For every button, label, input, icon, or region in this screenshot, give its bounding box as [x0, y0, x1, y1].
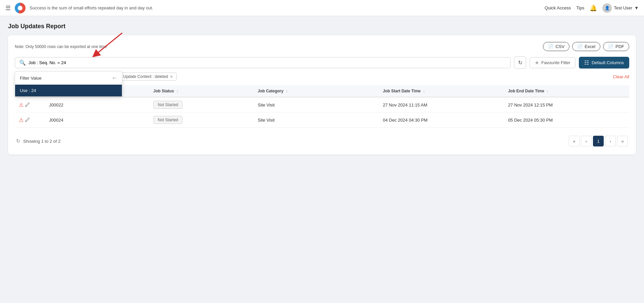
refresh-button[interactable]: ↻	[514, 56, 526, 69]
row-job-no: J00024	[45, 113, 149, 128]
search-input[interactable]	[29, 60, 506, 65]
edit-icon[interactable]: 🖉	[25, 102, 30, 108]
notification-bell-icon[interactable]: 🔔	[590, 4, 597, 12]
table-row: ⚠ 🖉 J00024 Not Started Site Visit 04 Dec…	[15, 113, 629, 128]
filter-tag-update-content: Update Content : deleted ×	[120, 73, 177, 81]
columns-icon: ☷	[584, 59, 589, 66]
col-header-end[interactable]: Job End Date Time ↕	[504, 85, 629, 97]
chevron-down-icon: ▼	[634, 5, 639, 10]
filter-popup: Filter Value ← Use : 24	[15, 71, 122, 97]
search-row-container: 🔍 ↻ ★ Favourite Filter ☷ Default Columns…	[15, 56, 629, 69]
table-body: ⚠ 🖉 J00022 Not Started Site Visit 27 Nov…	[15, 97, 629, 128]
edit-icon[interactable]: 🖉	[25, 117, 30, 123]
filter-popup-header: Filter Value ←	[15, 72, 122, 85]
user-name: Test User	[614, 5, 632, 10]
sort-icon-status: ↕	[176, 89, 178, 93]
row-job-start: 04 Dec 2024 04:30 PM	[379, 113, 504, 128]
card-top-row: Note: Only 50000 rows can be exported at…	[15, 42, 629, 51]
main-card: Note: Only 50000 rows can be exported at…	[8, 35, 636, 155]
next-page-button[interactable]: ›	[605, 136, 616, 146]
table-row: ⚠ 🖉 J00022 Not Started Site Visit 27 Nov…	[15, 97, 629, 113]
status-badge: Not Started	[153, 116, 183, 124]
pagination-controls: « ‹ 1 › »	[569, 136, 628, 146]
avatar: 👤	[602, 3, 612, 13]
tagline-text: Success is the sum of small efforts repe…	[30, 5, 153, 10]
default-columns-button[interactable]: ☷ Default Columns	[579, 57, 629, 69]
pagination-bar: ↻ Showing 1 to 2 of 2 « ‹ 1 › »	[15, 130, 629, 148]
page-content: Job Updates Report Note: Only 50000 rows…	[0, 16, 644, 161]
app-logo	[15, 3, 26, 13]
top-navigation: ☰ Success is the sum of small efforts re…	[0, 0, 644, 16]
export-buttons: 📄 CSV 📄 Excel 📄 PDF	[543, 42, 629, 51]
row-job-category: Site Visit	[254, 113, 379, 128]
pdf-doc-icon: 📄	[608, 44, 613, 49]
search-box[interactable]: 🔍	[15, 57, 511, 68]
row-icon-cell: ⚠ 🖉	[15, 113, 45, 128]
sort-icon-category: ↕	[286, 89, 288, 93]
search-row: 🔍 ↻ ★ Favourite Filter ☷ Default Columns	[15, 56, 629, 69]
filter-tag-close-icon-2[interactable]: ×	[170, 74, 173, 79]
error-icon: ⚠	[19, 102, 24, 108]
excel-export-button[interactable]: 📄 Excel	[572, 42, 600, 51]
error-icon: ⚠	[19, 117, 24, 123]
pagination-refresh-icon[interactable]: ↻	[16, 138, 20, 144]
filter-back-button[interactable]: ←	[112, 75, 117, 81]
col-header-start[interactable]: Job Start Date Time ↕	[379, 85, 504, 97]
showing-text: Showing 1 to 2 of 2	[23, 139, 60, 144]
quick-access-link[interactable]: Quick Access	[545, 5, 571, 10]
star-icon: ★	[535, 59, 539, 66]
favourite-filter-button[interactable]: ★ Favourite Filter	[530, 57, 576, 68]
filter-popup-title: Filter Value	[20, 76, 42, 81]
row-job-status: Not Started	[149, 97, 254, 113]
last-page-button[interactable]: »	[617, 136, 628, 146]
tips-link[interactable]: Tips	[576, 5, 584, 10]
row-job-no: J00022	[45, 97, 149, 113]
row-job-end: 05 Dec 2024 05:30 PM	[504, 113, 629, 128]
hamburger-menu-icon[interactable]: ☰	[5, 4, 11, 12]
col-header-status[interactable]: Job Status ↕	[149, 85, 254, 97]
row-job-end: 27 Nov 2024 12:15 PM	[504, 97, 629, 113]
pdf-export-button[interactable]: 📄 PDF	[603, 42, 629, 51]
showing-text-area: ↻ Showing 1 to 2 of 2	[16, 138, 60, 144]
prev-page-button[interactable]: ‹	[581, 136, 592, 146]
excel-doc-icon: 📄	[577, 44, 583, 49]
sort-icon-end: ↕	[547, 89, 549, 93]
sort-icon-start: ↕	[423, 89, 425, 93]
row-job-category: Site Visit	[254, 97, 379, 113]
csv-doc-icon: 📄	[548, 44, 553, 49]
page-title: Job Updates Report	[8, 23, 636, 30]
user-menu[interactable]: 👤 Test User ▼	[602, 3, 639, 13]
col-header-category[interactable]: Job Category ↕	[254, 85, 379, 97]
clear-all-button[interactable]: Clear All	[613, 74, 629, 79]
search-icon: 🔍	[19, 59, 26, 66]
filter-use-option[interactable]: Use : 24	[15, 85, 122, 96]
export-note: Note: Only 50000 rows can be exported at…	[15, 44, 107, 49]
status-badge: Not Started	[153, 101, 183, 109]
page-1-button[interactable]: 1	[593, 136, 604, 146]
csv-export-button[interactable]: 📄 CSV	[543, 42, 569, 51]
first-page-button[interactable]: «	[569, 136, 580, 146]
row-icon-cell: ⚠ 🖉	[15, 97, 45, 113]
row-job-start: 27 Nov 2024 11:15 AM	[379, 97, 504, 113]
row-job-status: Not Started	[149, 113, 254, 128]
